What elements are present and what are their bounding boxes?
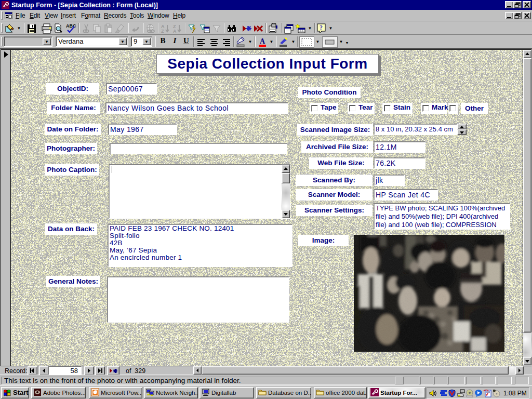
svg-text:A: A bbox=[259, 37, 265, 45]
svg-text:ABC: ABC bbox=[66, 23, 76, 29]
svg-text:?: ? bbox=[320, 24, 323, 31]
svg-text:Z: Z bbox=[161, 29, 164, 34]
svg-text:A: A bbox=[173, 29, 177, 34]
